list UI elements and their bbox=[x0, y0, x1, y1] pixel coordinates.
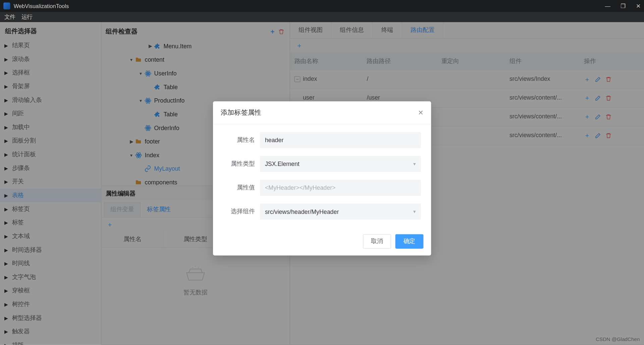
label-pick-component: 选择组件 bbox=[223, 208, 260, 216]
input-attr-value[interactable] bbox=[260, 180, 421, 196]
menu-file[interactable]: 文件 bbox=[4, 13, 15, 21]
dialog-title: 添加标签属性 bbox=[221, 108, 262, 117]
app-logo bbox=[3, 3, 10, 9]
dialog-close-icon[interactable]: ✕ bbox=[418, 109, 424, 117]
window-maximize-icon[interactable]: ❐ bbox=[621, 3, 626, 9]
chevron-down-icon: ▾ bbox=[413, 209, 416, 215]
cancel-button[interactable]: 取消 bbox=[363, 234, 391, 249]
app-title: WebVisualizationTools bbox=[14, 3, 69, 9]
select-attr-type-value: JSX.Element bbox=[265, 161, 300, 167]
chevron-down-icon: ▾ bbox=[413, 161, 416, 167]
ok-button[interactable]: 确定 bbox=[395, 234, 424, 249]
add-attribute-dialog: 添加标签属性 ✕ 属性名 属性类型 JSX.Element▾ 属性值 选择组件 … bbox=[213, 101, 431, 255]
label-attr-name: 属性名 bbox=[223, 136, 260, 144]
window-close-icon[interactable]: ✕ bbox=[636, 3, 641, 9]
window-minimize-icon[interactable]: — bbox=[605, 3, 610, 9]
select-pick-component-value: src/views/header/MyHeader bbox=[265, 208, 339, 215]
select-pick-component[interactable]: src/views/header/MyHeader▾ bbox=[260, 204, 421, 220]
label-attr-value: 属性值 bbox=[223, 184, 260, 192]
select-attr-type[interactable]: JSX.Element▾ bbox=[260, 156, 421, 172]
menu-run[interactable]: 运行 bbox=[21, 13, 33, 21]
menubar: 文件 运行 bbox=[0, 12, 644, 22]
label-attr-type: 属性类型 bbox=[223, 160, 260, 168]
input-attr-name[interactable] bbox=[260, 132, 421, 148]
titlebar: WebVisualizationTools — ❐ ✕ bbox=[0, 0, 644, 12]
